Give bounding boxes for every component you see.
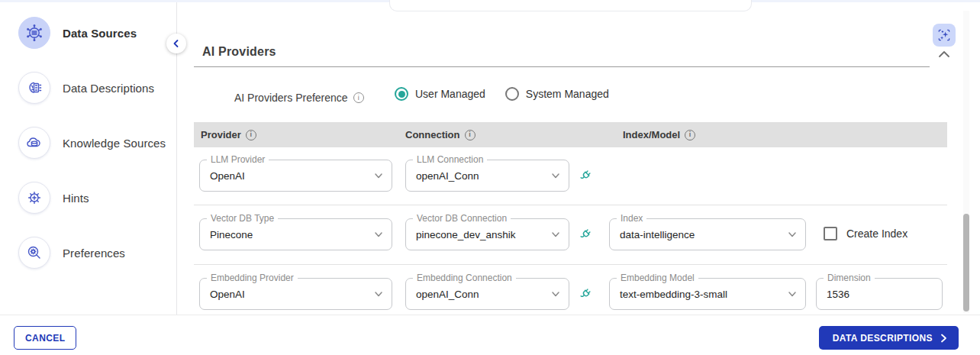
vector-db-type-select[interactable]: Vector DB Type Pinecone — [199, 218, 392, 250]
chevron-down-icon — [373, 229, 384, 240]
sidebar-item-hints[interactable]: Hints — [18, 181, 176, 215]
sidebar-item-data-sources[interactable]: Data Sources — [18, 16, 176, 50]
test-connection-plug-icon[interactable] — [578, 168, 593, 183]
chevron-down-icon — [373, 170, 384, 181]
embedding-provider-select[interactable]: Embedding Provider OpenAI — [199, 278, 392, 310]
radio-unselected-icon — [505, 87, 519, 101]
llm-provider-select[interactable]: LLM Provider OpenAI — [199, 160, 392, 192]
hints-icon — [18, 182, 50, 214]
data-descriptions-icon — [18, 72, 50, 104]
info-icon[interactable] — [353, 92, 364, 103]
create-index-checkbox[interactable] — [824, 227, 837, 240]
ai-providers-panel: AI Providers AI Providers Preference Use… — [178, 2, 963, 315]
sidebar-item-label: Preferences — [63, 247, 125, 260]
chevron-down-icon — [787, 229, 798, 240]
chevron-down-icon — [550, 289, 561, 299]
table-row-embedding: Embedding Provider OpenAI Embedding Conn… — [194, 265, 947, 317]
sidebar-item-preferences[interactable]: Preferences — [18, 236, 176, 269]
previous-card-edge — [389, 0, 752, 11]
providers-table: Provider Connection Index/Model LLM Prov… — [194, 122, 947, 317]
table-header: Provider Connection Index/Model — [194, 122, 947, 147]
chevron-up-icon — [938, 50, 950, 58]
column-header-connection: Connection — [405, 129, 460, 140]
test-connection-plug-icon[interactable] — [578, 286, 593, 302]
column-header-provider: Provider — [201, 129, 241, 140]
info-icon[interactable] — [685, 130, 695, 140]
radio-selected-icon — [395, 87, 408, 101]
data-sources-icon — [18, 17, 50, 49]
section-title: AI Providers — [202, 45, 276, 59]
cancel-button[interactable]: CANCEL — [14, 326, 76, 350]
footer-bar: CANCEL DATA DESCRIPTIONS — [0, 315, 980, 355]
scrollbar-thumb[interactable] — [963, 214, 969, 311]
chevron-right-icon — [939, 334, 948, 343]
column-header-index-model: Index/Model — [623, 129, 680, 140]
chevron-down-icon — [550, 229, 561, 240]
create-index-checkbox-row[interactable]: Create Index — [824, 227, 907, 240]
dimension-input[interactable]: Dimension 1536 — [816, 278, 943, 310]
sidebar-item-label: Knowledge Sources — [63, 137, 166, 150]
chevron-down-icon — [787, 289, 798, 299]
sidebar-item-label: Hints — [63, 192, 89, 205]
chevron-down-icon — [550, 170, 561, 181]
table-row-llm: LLM Provider OpenAI LLM Connection openA… — [194, 147, 947, 205]
preferences-icon — [18, 237, 50, 269]
section-divider — [194, 66, 930, 67]
embedding-connection-select[interactable]: Embedding Connection openAI_Conn — [405, 278, 569, 310]
preference-label: AI Providers Preference — [234, 92, 364, 104]
info-icon[interactable] — [246, 130, 256, 140]
sidebar-item-label: Data Descriptions — [63, 82, 154, 95]
table-row-vector-db: Vector DB Type Pinecone Vector DB Connec… — [194, 205, 947, 264]
preference-radio-group: User Managed System Managed — [395, 87, 609, 101]
vector-db-connection-select[interactable]: Vector DB Connection pinecone_dev_anshik — [405, 218, 569, 250]
chevron-left-icon — [172, 39, 181, 48]
info-icon[interactable] — [465, 130, 475, 140]
chevron-down-icon — [373, 289, 384, 299]
sidebar-collapse-button[interactable] — [166, 34, 186, 53]
index-select[interactable]: Index data-intelligence — [609, 218, 806, 250]
test-connection-plug-icon[interactable] — [578, 227, 593, 242]
sidebar-item-data-descriptions[interactable]: Data Descriptions — [18, 71, 176, 105]
sidebar-item-knowledge-sources[interactable]: Knowledge Sources — [18, 126, 176, 160]
data-descriptions-button[interactable]: DATA DESCRIPTIONS — [819, 326, 959, 350]
radio-user-managed[interactable]: User Managed — [395, 87, 485, 101]
embedding-model-select[interactable]: Embedding Model text-embedding-3-small — [609, 278, 806, 310]
llm-connection-select[interactable]: LLM Connection openAI_Conn — [405, 160, 569, 192]
radio-system-managed[interactable]: System Managed — [505, 87, 609, 101]
knowledge-sources-icon — [18, 127, 50, 159]
section-collapse-button[interactable] — [938, 47, 950, 61]
ai-autofill-button[interactable] — [933, 24, 956, 47]
sidebar-item-label: Data Sources — [63, 27, 137, 40]
sparkle-icon — [936, 27, 952, 43]
sidebar: Data Sources Data Descriptions Knowledge… — [0, 2, 177, 315]
